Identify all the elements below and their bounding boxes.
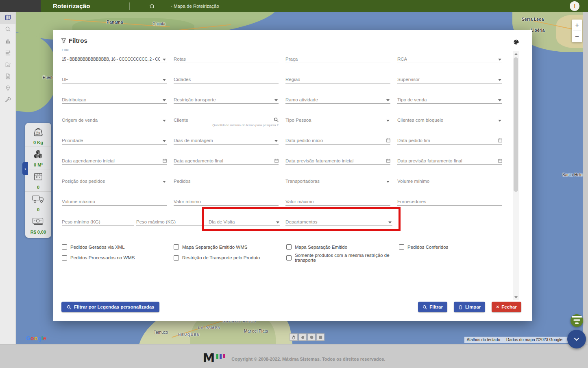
map-label-serra-leoa: Serra Leoa bbox=[522, 17, 544, 22]
filter-field-rca[interactable]: RCA bbox=[397, 53, 502, 63]
tools-icon bbox=[5, 97, 11, 105]
search-icon bbox=[422, 305, 427, 309]
filter-row-6: Data agendamento inicialData agendamento… bbox=[62, 154, 509, 165]
google-logo: Google bbox=[26, 335, 46, 342]
map-tool-circle[interactable] bbox=[307, 333, 316, 341]
checkbox-mapa-separacao-emitido-wms[interactable]: Mapa Separação Emitido WMS bbox=[174, 244, 286, 250]
filter-field-fornecedores[interactable]: Fornecedores bbox=[397, 195, 502, 206]
filter-field-data-previsao-faturamento-inicial[interactable]: Data previsão faturamento inicial bbox=[285, 154, 390, 165]
sidebar-item-route-list[interactable] bbox=[0, 48, 15, 59]
filter-field-supervisor[interactable]: Supervisor bbox=[397, 73, 502, 83]
checkbox-mapa-separacao-emitido[interactable]: Mapa Separação Emitido bbox=[286, 244, 399, 250]
attribution-link[interactable]: Dados do mapa ©2023 Google bbox=[506, 337, 562, 342]
alert-icon[interactable]: ! bbox=[570, 1, 579, 11]
map-label-la-pampa: LA PAMPA bbox=[198, 326, 221, 330]
sidebar-item-bar-chart[interactable] bbox=[0, 36, 15, 48]
sidebar-item-edit[interactable] bbox=[0, 59, 15, 71]
scroll-up-arrow[interactable] bbox=[513, 51, 519, 57]
filter-by-legends-button[interactable]: Filtrar por Legendas personalizadas bbox=[61, 302, 159, 312]
checkbox-pedidos-conferidos[interactable]: Pedidos Conferidos bbox=[399, 244, 448, 250]
filter-field-praca[interactable]: Praça bbox=[285, 53, 390, 63]
google-logo-letter: e bbox=[43, 335, 46, 342]
scroll-down-arrow[interactable] bbox=[513, 294, 519, 300]
sidebar-item-tools[interactable] bbox=[0, 95, 15, 107]
map-tool-rectangle[interactable] bbox=[316, 333, 324, 341]
stats-collapse-button[interactable]: ‹ bbox=[22, 162, 28, 175]
checkbox-somente-produtos-com-a-mesma-restricao-de-transporte[interactable]: Somente produtos com a mesma restrição d… bbox=[286, 253, 399, 263]
filter-field-clientes-com-bloqueio[interactable]: Clientes com bloqueio bbox=[397, 114, 502, 124]
field-label: Tipo de venda bbox=[397, 97, 427, 102]
map-tool-polygon[interactable] bbox=[298, 333, 307, 341]
map-label-mar-del-plata: Mar del Plata bbox=[244, 329, 268, 333]
page: { "header": { "app_title": "Roteirização… bbox=[0, 0, 588, 368]
filter-field-data-agendamento-inicial[interactable]: Data agendamento inicial bbox=[62, 154, 167, 165]
field-label: Data previsão faturamento final bbox=[397, 158, 462, 163]
filter-field-cidades[interactable]: Cidades bbox=[174, 73, 279, 83]
scroll-down-fab[interactable] bbox=[567, 330, 586, 348]
filter-field-transportadoras[interactable]: Transportadoras bbox=[285, 175, 390, 185]
checkbox-pedidos-gerados-via-xml[interactable]: Pedidos Gerados via XML bbox=[62, 244, 174, 250]
filter-field-volume-maximo[interactable]: Volume máximo bbox=[62, 195, 167, 206]
filter-field-dias-de-montagem[interactable]: Dias de montagem bbox=[174, 134, 279, 145]
filter-field-data-pedido-inicio[interactable]: Data pedido início bbox=[285, 134, 390, 145]
filter-field-posicao-dos-pedidos[interactable]: Posição dos pedidos bbox=[62, 175, 167, 185]
field-label: Valor máximo bbox=[285, 199, 314, 204]
calendar-icon bbox=[498, 158, 502, 163]
filter-field-prioridade[interactable]: Prioridade bbox=[62, 134, 167, 145]
zoom-out-button[interactable]: − bbox=[572, 31, 582, 42]
filter-field-valor-minimo[interactable]: Valor mínimo bbox=[174, 195, 279, 206]
attribution-link[interactable]: Atalhos do teclado bbox=[467, 337, 500, 342]
filter-field-volume-minimo[interactable]: Volume mínimo bbox=[397, 175, 502, 185]
filter-field-ramo-atividade[interactable]: Ramo atividade bbox=[285, 93, 390, 104]
filter-field-data-previsao-faturamento-final[interactable]: Data previsão faturamento final bbox=[397, 154, 502, 165]
field-label: Pedidos bbox=[174, 179, 191, 184]
filter-field-origem-de-venda[interactable]: Origem de venda bbox=[62, 114, 167, 124]
filter-field-restricao-transporte[interactable]: Restrição transporte bbox=[174, 93, 279, 104]
filter-fields: Filial15 - BBBBBBBBBBBBBBB, 16 - CCCCCCC… bbox=[53, 30, 532, 321]
calendar-icon bbox=[163, 158, 167, 163]
checkbox-box bbox=[62, 244, 67, 250]
logo-bar bbox=[216, 354, 218, 359]
checkbox-restricao-de-transporte-pelo-produto[interactable]: Restrição de Transporte pelo Produto bbox=[174, 255, 286, 261]
field-label: UF bbox=[62, 77, 68, 82]
map-filter-fab[interactable] bbox=[571, 314, 583, 327]
sidebar-item-map[interactable] bbox=[0, 12, 15, 24]
sidebar-item-pin[interactable] bbox=[0, 83, 15, 95]
filtrar-button[interactable]: Filtrar bbox=[418, 302, 447, 312]
filtrar-label: Filtrar bbox=[429, 304, 443, 309]
filter-field-filial[interactable]: Filial15 - BBBBBBBBBBBBBBB, 16 - CCCCCCC… bbox=[62, 53, 167, 63]
modal-scrollbar[interactable] bbox=[513, 51, 519, 300]
map-tool-hand[interactable] bbox=[290, 333, 298, 341]
sidebar-item-document[interactable] bbox=[0, 71, 15, 83]
field-label: Volume mínimo bbox=[397, 179, 429, 184]
filter-field-distribuicao[interactable]: Distribuiçao bbox=[62, 93, 167, 104]
filter-field-valor-maximo[interactable]: Valor máximo bbox=[285, 195, 390, 206]
filter-field-pedidos[interactable]: Pedidos bbox=[174, 175, 279, 185]
checkbox-label: Pedidos Processados no WMS bbox=[70, 255, 135, 260]
filter-field-rotas[interactable]: Rotas bbox=[174, 53, 279, 63]
zoom-in-button[interactable]: + bbox=[572, 20, 582, 31]
home-icon[interactable] bbox=[149, 3, 155, 9]
limpar-button[interactable]: Limpar bbox=[454, 302, 485, 312]
checkbox-label: Mapa Separação Emitido bbox=[295, 245, 347, 250]
field-label: Peso máximo (KG) bbox=[136, 219, 176, 224]
filter-field-regiao[interactable]: Região bbox=[285, 73, 390, 83]
filter-field-data-pedido-fim[interactable]: Data pedido fim bbox=[397, 134, 502, 145]
checkbox-pedidos-processados-no-wms[interactable]: Pedidos Processados no WMS bbox=[62, 255, 174, 261]
filter-field-uf[interactable]: UF bbox=[62, 73, 167, 83]
sidebar-item-search[interactable] bbox=[0, 24, 15, 36]
filter-field-cliente[interactable]: ClienteQuantidade mínima do termo para p… bbox=[174, 114, 279, 124]
logo-tile bbox=[0, 0, 41, 12]
filter-field-peso-maximo-kg[interactable]: Peso máximo (KG) bbox=[136, 215, 209, 226]
filter-field-tipo-pessoa[interactable]: Tipo Pessoa bbox=[285, 114, 390, 124]
scrollbar-thumb[interactable] bbox=[514, 57, 518, 192]
filter-field-data-agendamento-final[interactable]: Data agendamento final bbox=[174, 154, 279, 165]
logo-bar bbox=[223, 354, 225, 358]
filter-field-tipo-de-venda[interactable]: Tipo de venda bbox=[397, 93, 502, 104]
filter-field-peso-minimo-kg[interactable]: Peso mínimo (KG) bbox=[62, 215, 134, 226]
edit-icon bbox=[5, 61, 11, 69]
filter-row-8: Volume máximoValor mínimoValor máximoFor… bbox=[62, 195, 509, 206]
chevron-down-icon bbox=[573, 335, 580, 343]
fechar-button[interactable]: × Fechar bbox=[492, 302, 521, 312]
map-draw-toolbar bbox=[290, 333, 324, 341]
